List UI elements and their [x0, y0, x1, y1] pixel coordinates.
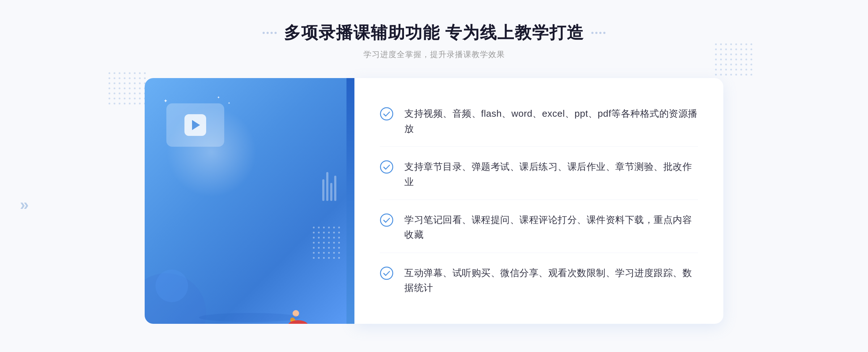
feature-text-1: 支持视频、音频、flash、word、excel、ppt、pdf等各种格式的资源… — [404, 106, 698, 136]
check-icon-4 — [380, 266, 393, 280]
feature-text-2: 支持章节目录、弹题考试、课后练习、课后作业、章节测验、批改作业 — [404, 159, 698, 189]
decor-circle-small — [156, 270, 188, 302]
title-row: 多项录播课辅助功能 专为线上教学打造 — [263, 22, 606, 44]
ground-shadow — [199, 313, 300, 322]
vert-bars-decor — [322, 172, 336, 201]
feature-item-1: 支持视频、音频、flash、word、excel、ppt、pdf等各种格式的资源… — [380, 96, 698, 147]
outer-dots-left: for(let i=0;i<56;i++) document.currentSc… — [109, 72, 146, 104]
page-container: for(let i=0;i<56;i++) document.currentSc… — [0, 0, 868, 352]
check-icon-3 — [380, 213, 393, 227]
page-title: 多项录播课辅助功能 专为线上教学打造 — [284, 22, 584, 44]
check-icon-1 — [380, 107, 393, 121]
illustration-panel: ✦ ✦ ✦ for(let i=0;i<42;i++) document.cur… — [145, 78, 354, 324]
svg-point-1 — [380, 161, 393, 173]
star-icon-2: ✦ — [217, 95, 220, 99]
content-area: ✦ ✦ ✦ for(let i=0;i<42;i++) document.cur… — [145, 78, 723, 324]
feature-item-4: 互动弹幕、试听购买、微信分享、观看次数限制、学习进度跟踪、数据统计 — [380, 256, 698, 306]
svg-point-2 — [380, 214, 393, 226]
outer-dots-right: for(let i=0;i<56;i++) document.currentSc… — [715, 43, 752, 76]
star-icon-1: ✦ — [163, 98, 168, 104]
title-dots-right — [591, 32, 605, 34]
title-dots-left — [263, 32, 277, 34]
blue-accent-bar — [346, 78, 354, 324]
star-icon-3: ✦ — [228, 102, 230, 105]
svg-point-0 — [380, 108, 393, 120]
light-beam — [166, 107, 257, 197]
feature-item-3: 学习笔记回看、课程提问、课程评论打分、课件资料下载，重点内容收藏 — [380, 202, 698, 253]
svg-point-3 — [380, 267, 393, 279]
feature-text-3: 学习笔记回看、课程提问、课程评论打分、课件资料下载，重点内容收藏 — [404, 213, 698, 242]
feature-item-2: 支持章节目录、弹题考试、课后练习、课后作业、章节测验、批改作业 — [380, 149, 698, 200]
illus-dot-grid: for(let i=0;i<42;i++) document.currentSc… — [313, 227, 340, 259]
content-panel: 支持视频、音频、flash、word、excel、ppt、pdf等各种格式的资源… — [354, 78, 723, 324]
page-left-arrow: » — [20, 196, 25, 214]
feature-text-4: 互动弹幕、试听购买、微信分享、观看次数限制、学习进度跟踪、数据统计 — [404, 266, 698, 296]
check-icon-2 — [380, 160, 393, 174]
header-section: 多项录播课辅助功能 专为线上教学打造 学习进度全掌握，提升录播课教学效果 — [263, 22, 606, 60]
page-subtitle: 学习进度全掌握，提升录播课教学效果 — [263, 49, 606, 60]
